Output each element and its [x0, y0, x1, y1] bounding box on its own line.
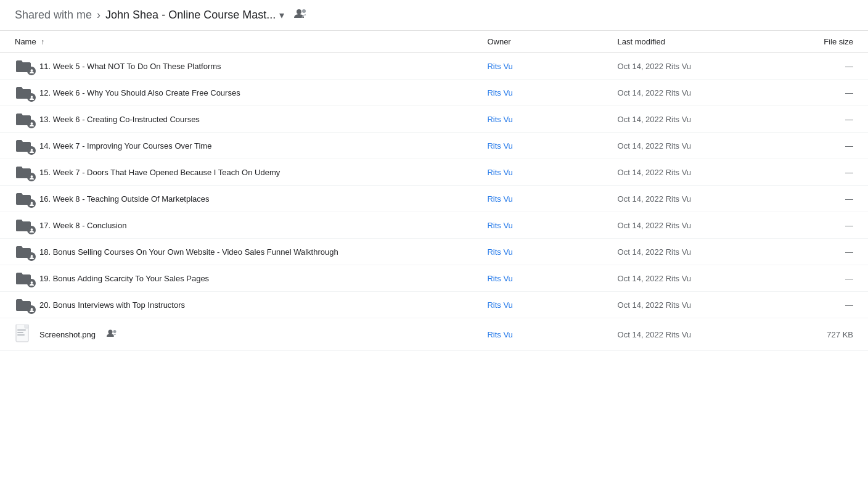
- folder-icon: [15, 218, 32, 232]
- breadcrumb: Shared with me › John Shea - Online Cour…: [0, 0, 868, 31]
- table-row[interactable]: 12. Week 6 - Why You Should Also Create …: [0, 80, 868, 106]
- column-header-name[interactable]: Name ↑: [0, 31, 477, 53]
- share-people-icon[interactable]: [294, 9, 308, 22]
- owner-cell[interactable]: Rits Vu: [477, 80, 607, 106]
- svg-point-17: [108, 330, 113, 334]
- table-row[interactable]: 19. Bonus Adding Scarcity To Your Sales …: [0, 265, 868, 292]
- file-name: 15. Week 7 - Doors That Have Opened Beca…: [39, 168, 280, 177]
- svg-point-2: [30, 69, 33, 72]
- table-header-row: Name ↑ Owner Last modified File size: [0, 31, 868, 53]
- file-name: 12. Week 6 - Why You Should Also Create …: [39, 88, 240, 97]
- file-icon: [15, 324, 32, 344]
- modified-cell: Oct 14, 2022 Rits Vu: [608, 53, 782, 80]
- svg-point-4: [30, 122, 33, 125]
- owner-cell[interactable]: Rits Vu: [477, 186, 607, 212]
- file-table: Name ↑ Owner Last modified File size 11.…: [0, 31, 868, 351]
- table-row[interactable]: 20. Bonus Interviews with Top Instructor…: [0, 292, 868, 318]
- modified-cell: Oct 14, 2022 Rits Vu: [608, 80, 782, 106]
- shared-badge: [27, 199, 36, 208]
- owner-cell[interactable]: Rits Vu: [477, 265, 607, 292]
- file-name: Screenshot.png: [39, 330, 96, 339]
- owner-cell[interactable]: Rits Vu: [477, 133, 607, 159]
- owner-cell[interactable]: Rits Vu: [477, 212, 607, 239]
- file-name: 17. Week 8 - Conclusion: [39, 221, 126, 230]
- table-row[interactable]: 18. Bonus Selling Courses On Your Own We…: [0, 239, 868, 265]
- svg-point-11: [30, 308, 33, 310]
- owner-cell[interactable]: Rits Vu: [477, 318, 607, 351]
- shared-badge: [27, 226, 36, 234]
- svg-rect-14: [17, 329, 26, 331]
- modified-cell: Oct 14, 2022 Rits Vu: [608, 292, 782, 318]
- svg-point-0: [297, 9, 301, 14]
- shared-badge: [27, 305, 36, 314]
- folder-icon: [15, 271, 32, 285]
- folder-icon: [15, 192, 32, 205]
- name-cell: 11. Week 5 - What NOT To Do On These Pla…: [0, 53, 477, 79]
- folder-icon: [15, 86, 32, 99]
- size-cell: —: [781, 265, 868, 292]
- breadcrumb-separator: ›: [97, 9, 100, 22]
- table-row[interactable]: 16. Week 8 - Teaching Outside Of Marketp…: [0, 186, 868, 212]
- shared-badge: [27, 120, 36, 128]
- table-row[interactable]: 13. Week 6 - Creating Co-Instructed Cour…: [0, 106, 868, 133]
- table-row[interactable]: 17. Week 8 - ConclusionRits VuOct 14, 20…: [0, 212, 868, 239]
- name-cell: 14. Week 7 - Improving Your Courses Over…: [0, 133, 477, 159]
- svg-point-5: [30, 149, 33, 151]
- shared-badge: [27, 279, 36, 287]
- column-header-size[interactable]: File size: [781, 31, 868, 53]
- owner-cell[interactable]: Rits Vu: [477, 159, 607, 186]
- size-cell: —: [781, 106, 868, 133]
- file-share-icon: [107, 329, 118, 339]
- svg-point-3: [30, 96, 33, 98]
- svg-point-10: [30, 281, 33, 284]
- folder-icon: [15, 59, 32, 73]
- name-cell: 16. Week 8 - Teaching Outside Of Marketp…: [0, 186, 477, 212]
- svg-point-1: [302, 9, 306, 13]
- modified-cell: Oct 14, 2022 Rits Vu: [608, 133, 782, 159]
- svg-rect-13: [25, 324, 28, 328]
- size-cell: 727 KB: [781, 318, 868, 351]
- modified-cell: Oct 14, 2022 Rits Vu: [608, 159, 782, 186]
- file-name: 16. Week 8 - Teaching Outside Of Marketp…: [39, 194, 210, 204]
- owner-cell[interactable]: Rits Vu: [477, 53, 607, 80]
- size-cell: —: [781, 292, 868, 318]
- svg-point-7: [30, 202, 33, 204]
- size-cell: —: [781, 159, 868, 186]
- modified-cell: Oct 14, 2022 Rits Vu: [608, 265, 782, 292]
- file-name: 11. Week 5 - What NOT To Do On These Pla…: [39, 62, 221, 71]
- size-cell: —: [781, 80, 868, 106]
- owner-cell[interactable]: Rits Vu: [477, 292, 607, 318]
- modified-cell: Oct 14, 2022 Rits Vu: [608, 106, 782, 133]
- column-header-modified[interactable]: Last modified: [608, 31, 782, 53]
- folder-icon: [15, 165, 32, 179]
- table-row[interactable]: 11. Week 5 - What NOT To Do On These Pla…: [0, 53, 868, 80]
- svg-point-8: [30, 228, 33, 231]
- svg-point-6: [30, 175, 33, 178]
- dropdown-icon[interactable]: ▾: [279, 9, 284, 21]
- folder-icon: [15, 298, 32, 312]
- owner-cell[interactable]: Rits Vu: [477, 239, 607, 265]
- file-name: 19. Bonus Adding Scarcity To Your Sales …: [39, 274, 209, 283]
- column-header-owner[interactable]: Owner: [477, 31, 607, 53]
- size-cell: —: [781, 186, 868, 212]
- file-name: 13. Week 6 - Creating Co-Instructed Cour…: [39, 115, 200, 124]
- modified-cell: Oct 14, 2022 Rits Vu: [608, 186, 782, 212]
- svg-point-9: [30, 255, 33, 257]
- modified-cell: Oct 14, 2022 Rits Vu: [608, 318, 782, 351]
- breadcrumb-shared-with-me[interactable]: Shared with me: [15, 9, 92, 22]
- owner-cell[interactable]: Rits Vu: [477, 106, 607, 133]
- name-cell: Screenshot.png: [0, 318, 477, 350]
- sort-arrow-icon: ↑: [41, 38, 44, 46]
- name-cell: 20. Bonus Interviews with Top Instructor…: [0, 292, 477, 318]
- name-cell: 15. Week 7 - Doors That Have Opened Beca…: [0, 159, 477, 185]
- folder-icon: [15, 112, 32, 126]
- breadcrumb-current-folder[interactable]: John Shea - Online Course Mast... ▾: [105, 9, 284, 22]
- svg-rect-15: [17, 332, 23, 333]
- folder-icon: [15, 245, 32, 258]
- table-row[interactable]: Screenshot.png Rits VuOct 14, 2022 Rits …: [0, 318, 868, 351]
- shared-badge: [27, 67, 36, 75]
- size-cell: —: [781, 53, 868, 80]
- table-row[interactable]: 15. Week 7 - Doors That Have Opened Beca…: [0, 159, 868, 186]
- table-row[interactable]: 14. Week 7 - Improving Your Courses Over…: [0, 133, 868, 159]
- shared-badge: [27, 93, 36, 102]
